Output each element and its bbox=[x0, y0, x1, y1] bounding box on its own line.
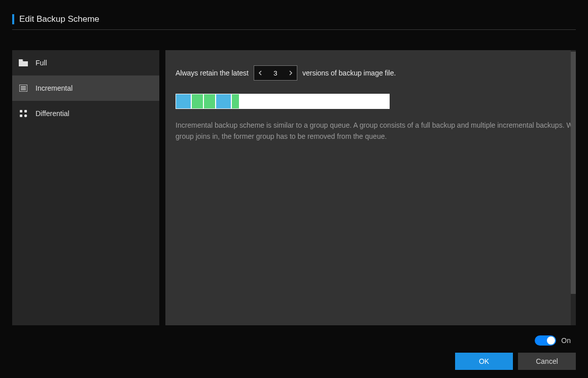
description-line: group joins in, the former group has to … bbox=[176, 131, 576, 142]
sidebar-item-label: Incremental bbox=[36, 84, 73, 92]
dialog-window: Edit Backup Scheme Full Incremental bbox=[0, 0, 588, 378]
stepper-decrement-button[interactable] bbox=[254, 66, 266, 80]
list-icon bbox=[18, 83, 28, 93]
retain-suffix-label: versions of backup image file. bbox=[302, 69, 396, 77]
dialog-title: Edit Backup Scheme bbox=[19, 14, 99, 24]
retain-row: Always retain the latest 3 versions of b… bbox=[176, 65, 576, 81]
main-panel: Always retain the latest 3 versions of b… bbox=[165, 50, 576, 325]
svg-rect-6 bbox=[20, 115, 22, 117]
segment-full bbox=[216, 94, 231, 108]
segment-incremental bbox=[204, 94, 215, 108]
version-stepper[interactable]: 3 bbox=[254, 65, 297, 81]
segment-incremental bbox=[232, 94, 239, 108]
dialog-header: Edit Backup Scheme bbox=[0, 0, 588, 38]
stepper-value: 3 bbox=[273, 69, 277, 77]
segment-full bbox=[176, 94, 191, 108]
chevron-left-icon bbox=[258, 70, 262, 75]
title-wrap: Edit Backup Scheme bbox=[12, 14, 576, 30]
stepper-increment-button[interactable] bbox=[285, 66, 297, 80]
toggle-label: On bbox=[561, 336, 571, 345]
button-row: OK Cancel bbox=[455, 353, 576, 370]
folder-icon bbox=[18, 58, 28, 68]
sidebar-item-incremental[interactable]: Incremental bbox=[12, 75, 159, 101]
backup-visual-bar bbox=[176, 94, 390, 109]
scheme-toggle[interactable] bbox=[535, 335, 556, 346]
svg-rect-4 bbox=[20, 110, 22, 112]
dialog-body: Full Incremental Differential Always ret… bbox=[0, 38, 588, 325]
title-accent-bar bbox=[12, 14, 14, 24]
segment-incremental bbox=[192, 94, 203, 108]
sidebar-item-label: Differential bbox=[36, 109, 70, 118]
sidebar-item-label: Full bbox=[36, 59, 47, 67]
scrollbar-thumb[interactable] bbox=[571, 52, 576, 294]
retain-prefix-label: Always retain the latest bbox=[176, 69, 249, 77]
scheme-sidebar: Full Incremental Differential bbox=[12, 50, 159, 325]
sidebar-item-full[interactable]: Full bbox=[12, 50, 159, 75]
dialog-footer: On OK Cancel bbox=[0, 325, 588, 378]
toggle-row: On bbox=[535, 335, 576, 346]
vertical-scrollbar[interactable] bbox=[571, 50, 576, 325]
sidebar-item-differential[interactable]: Differential bbox=[12, 101, 159, 126]
svg-point-7 bbox=[24, 115, 27, 117]
toggle-knob bbox=[547, 336, 555, 345]
ok-button[interactable]: OK bbox=[455, 353, 513, 370]
scheme-description: Incremental backup scheme is similar to … bbox=[176, 120, 576, 142]
svg-rect-5 bbox=[24, 110, 27, 112]
cancel-button[interactable]: Cancel bbox=[518, 353, 576, 370]
chevron-right-icon bbox=[289, 70, 293, 75]
description-line: Incremental backup scheme is similar to … bbox=[176, 120, 576, 131]
grid-icon bbox=[18, 108, 28, 119]
